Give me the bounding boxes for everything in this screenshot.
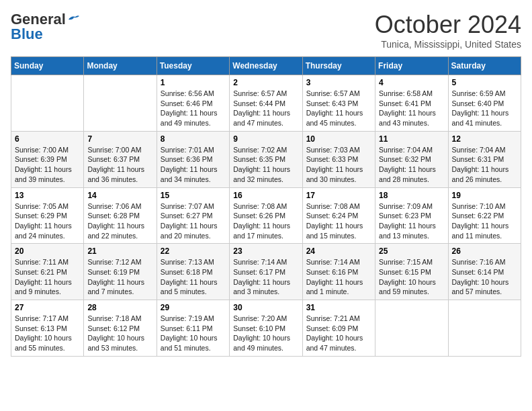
calendar-cell: 3Sunrise: 6:57 AM Sunset: 6:43 PM Daylig… bbox=[302, 75, 375, 132]
calendar-cell: 20Sunrise: 7:11 AM Sunset: 6:21 PM Dayli… bbox=[11, 244, 84, 300]
day-info: Sunrise: 7:00 AM Sunset: 6:39 PM Dayligh… bbox=[15, 145, 80, 185]
day-number: 28 bbox=[87, 303, 152, 312]
col-header-sunday: Sunday bbox=[11, 57, 84, 75]
day-number: 7 bbox=[87, 134, 152, 144]
day-number: 3 bbox=[306, 78, 371, 87]
day-info: Sunrise: 7:16 AM Sunset: 6:14 PM Dayligh… bbox=[452, 257, 517, 297]
day-number: 4 bbox=[379, 78, 444, 87]
day-number: 8 bbox=[161, 134, 226, 144]
day-info: Sunrise: 7:17 AM Sunset: 6:13 PM Dayligh… bbox=[15, 314, 80, 353]
day-number: 12 bbox=[452, 134, 517, 144]
day-number: 10 bbox=[306, 134, 371, 144]
calendar-cell: 17Sunrise: 7:08 AM Sunset: 6:24 PM Dayli… bbox=[302, 187, 375, 244]
day-info: Sunrise: 7:01 AM Sunset: 6:36 PM Dayligh… bbox=[161, 145, 226, 185]
day-number: 13 bbox=[15, 191, 80, 200]
col-header-friday: Friday bbox=[375, 57, 448, 75]
day-number: 20 bbox=[15, 246, 80, 256]
calendar-cell: 6Sunrise: 7:00 AM Sunset: 6:39 PM Daylig… bbox=[11, 131, 84, 187]
day-number: 17 bbox=[306, 191, 371, 200]
day-number: 27 bbox=[15, 303, 80, 312]
title-block: October 2024 Tunica, Mississippi, United… bbox=[375, 11, 521, 50]
calendar-cell: 26Sunrise: 7:16 AM Sunset: 6:14 PM Dayli… bbox=[448, 244, 521, 300]
calendar-cell bbox=[11, 75, 84, 132]
day-number: 14 bbox=[87, 191, 152, 200]
col-header-saturday: Saturday bbox=[448, 57, 521, 75]
calendar-cell: 29Sunrise: 7:19 AM Sunset: 6:11 PM Dayli… bbox=[157, 300, 229, 357]
calendar-cell bbox=[375, 300, 448, 357]
calendar-cell: 31Sunrise: 7:21 AM Sunset: 6:09 PM Dayli… bbox=[302, 300, 375, 357]
calendar-cell: 10Sunrise: 7:03 AM Sunset: 6:33 PM Dayli… bbox=[302, 131, 375, 187]
day-info: Sunrise: 7:02 AM Sunset: 6:35 PM Dayligh… bbox=[233, 145, 298, 185]
day-number: 22 bbox=[161, 246, 226, 256]
day-info: Sunrise: 7:10 AM Sunset: 6:22 PM Dayligh… bbox=[452, 201, 517, 241]
day-info: Sunrise: 7:03 AM Sunset: 6:33 PM Dayligh… bbox=[306, 145, 371, 185]
day-info: Sunrise: 6:58 AM Sunset: 6:41 PM Dayligh… bbox=[379, 89, 444, 128]
calendar-cell: 7Sunrise: 7:00 AM Sunset: 6:37 PM Daylig… bbox=[84, 131, 157, 187]
calendar-cell: 1Sunrise: 6:56 AM Sunset: 6:46 PM Daylig… bbox=[157, 75, 229, 132]
calendar-cell: 9Sunrise: 7:02 AM Sunset: 6:35 PM Daylig… bbox=[230, 131, 302, 187]
day-info: Sunrise: 7:12 AM Sunset: 6:19 PM Dayligh… bbox=[87, 257, 152, 297]
calendar-cell: 22Sunrise: 7:13 AM Sunset: 6:18 PM Dayli… bbox=[157, 244, 229, 300]
calendar-cell: 21Sunrise: 7:12 AM Sunset: 6:19 PM Dayli… bbox=[84, 244, 157, 300]
day-number: 25 bbox=[379, 246, 444, 256]
calendar-cell: 15Sunrise: 7:07 AM Sunset: 6:27 PM Dayli… bbox=[157, 187, 229, 244]
calendar-cell: 25Sunrise: 7:15 AM Sunset: 6:15 PM Dayli… bbox=[375, 244, 448, 300]
day-number: 30 bbox=[233, 303, 298, 312]
day-info: Sunrise: 7:14 AM Sunset: 6:16 PM Dayligh… bbox=[306, 257, 371, 297]
calendar-cell: 13Sunrise: 7:05 AM Sunset: 6:29 PM Dayli… bbox=[11, 187, 84, 244]
day-info: Sunrise: 6:56 AM Sunset: 6:46 PM Dayligh… bbox=[161, 89, 226, 128]
day-number: 18 bbox=[379, 191, 444, 200]
day-number: 5 bbox=[452, 78, 517, 87]
day-info: Sunrise: 7:18 AM Sunset: 6:12 PM Dayligh… bbox=[87, 314, 152, 353]
day-number: 6 bbox=[15, 134, 80, 144]
calendar-cell bbox=[448, 300, 521, 357]
col-header-thursday: Thursday bbox=[302, 57, 375, 75]
logo: General Blue bbox=[11, 11, 79, 43]
calendar-cell: 19Sunrise: 7:10 AM Sunset: 6:22 PM Dayli… bbox=[448, 187, 521, 244]
calendar-cell: 2Sunrise: 6:57 AM Sunset: 6:44 PM Daylig… bbox=[230, 75, 302, 132]
day-info: Sunrise: 7:05 AM Sunset: 6:29 PM Dayligh… bbox=[15, 201, 80, 241]
day-info: Sunrise: 7:04 AM Sunset: 6:31 PM Dayligh… bbox=[452, 145, 517, 185]
calendar-cell bbox=[84, 75, 157, 132]
month-title: October 2024 bbox=[375, 11, 521, 39]
day-number: 24 bbox=[306, 246, 371, 256]
day-info: Sunrise: 7:20 AM Sunset: 6:10 PM Dayligh… bbox=[233, 314, 298, 353]
col-header-tuesday: Tuesday bbox=[157, 57, 229, 75]
calendar-cell: 12Sunrise: 7:04 AM Sunset: 6:31 PM Dayli… bbox=[448, 131, 521, 187]
day-number: 26 bbox=[452, 246, 517, 256]
day-info: Sunrise: 7:09 AM Sunset: 6:23 PM Dayligh… bbox=[379, 201, 444, 241]
day-number: 21 bbox=[87, 246, 152, 256]
calendar-cell: 5Sunrise: 6:59 AM Sunset: 6:40 PM Daylig… bbox=[448, 75, 521, 132]
calendar-cell: 14Sunrise: 7:06 AM Sunset: 6:28 PM Dayli… bbox=[84, 187, 157, 244]
day-number: 29 bbox=[161, 303, 226, 312]
calendar-cell: 11Sunrise: 7:04 AM Sunset: 6:32 PM Dayli… bbox=[375, 131, 448, 187]
page-header: General Blue October 2024 Tunica, Missis… bbox=[11, 11, 521, 50]
calendar-cell: 23Sunrise: 7:14 AM Sunset: 6:17 PM Dayli… bbox=[230, 244, 302, 300]
calendar-table: SundayMondayTuesdayWednesdayThursdayFrid… bbox=[11, 56, 521, 357]
day-info: Sunrise: 6:57 AM Sunset: 6:43 PM Dayligh… bbox=[306, 89, 371, 128]
day-info: Sunrise: 7:07 AM Sunset: 6:27 PM Dayligh… bbox=[161, 201, 226, 241]
day-info: Sunrise: 7:21 AM Sunset: 6:09 PM Dayligh… bbox=[306, 314, 371, 353]
day-number: 1 bbox=[161, 78, 226, 87]
day-number: 9 bbox=[233, 134, 298, 144]
day-info: Sunrise: 7:15 AM Sunset: 6:15 PM Dayligh… bbox=[379, 257, 444, 297]
calendar-cell: 24Sunrise: 7:14 AM Sunset: 6:16 PM Dayli… bbox=[302, 244, 375, 300]
calendar-cell: 16Sunrise: 7:08 AM Sunset: 6:26 PM Dayli… bbox=[230, 187, 302, 244]
day-number: 16 bbox=[233, 191, 298, 200]
calendar-cell: 4Sunrise: 6:58 AM Sunset: 6:41 PM Daylig… bbox=[375, 75, 448, 132]
day-info: Sunrise: 7:11 AM Sunset: 6:21 PM Dayligh… bbox=[15, 257, 80, 297]
day-info: Sunrise: 7:13 AM Sunset: 6:18 PM Dayligh… bbox=[161, 257, 226, 297]
day-number: 11 bbox=[379, 134, 444, 144]
calendar-cell: 8Sunrise: 7:01 AM Sunset: 6:36 PM Daylig… bbox=[157, 131, 229, 187]
day-info: Sunrise: 7:08 AM Sunset: 6:24 PM Dayligh… bbox=[306, 201, 371, 241]
day-info: Sunrise: 7:19 AM Sunset: 6:11 PM Dayligh… bbox=[161, 314, 226, 353]
logo-bird-icon bbox=[67, 14, 79, 24]
day-info: Sunrise: 7:14 AM Sunset: 6:17 PM Dayligh… bbox=[233, 257, 298, 297]
calendar-cell: 18Sunrise: 7:09 AM Sunset: 6:23 PM Dayli… bbox=[375, 187, 448, 244]
day-info: Sunrise: 7:04 AM Sunset: 6:32 PM Dayligh… bbox=[379, 145, 444, 185]
calendar-cell: 27Sunrise: 7:17 AM Sunset: 6:13 PM Dayli… bbox=[11, 300, 84, 357]
col-header-wednesday: Wednesday bbox=[230, 57, 302, 75]
day-number: 2 bbox=[233, 78, 298, 87]
calendar-cell: 30Sunrise: 7:20 AM Sunset: 6:10 PM Dayli… bbox=[230, 300, 302, 357]
day-info: Sunrise: 7:00 AM Sunset: 6:37 PM Dayligh… bbox=[87, 145, 152, 185]
